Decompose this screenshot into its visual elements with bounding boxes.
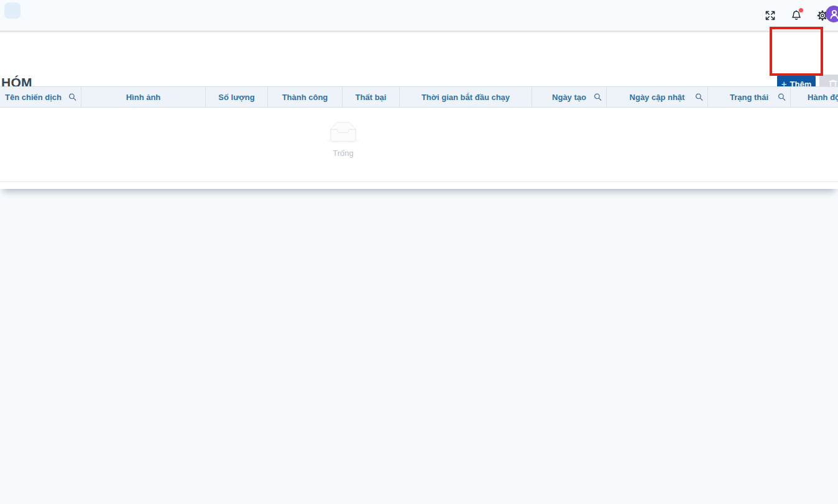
column-label: Tên chiến dịch	[5, 93, 62, 102]
column-header-7[interactable]: Ngày tạo	[532, 87, 607, 107]
column-label: Trạng thái	[730, 93, 768, 102]
column-header-4[interactable]: Thành công	[268, 87, 343, 107]
search-icon[interactable]	[778, 93, 786, 101]
column-label: Thành công	[282, 93, 328, 102]
app-logo-faint	[4, 2, 21, 19]
column-label: Thời gian bắt đầu chạy	[421, 93, 510, 102]
user-avatar[interactable]	[826, 6, 838, 22]
notification-dot	[799, 8, 803, 12]
empty-state: Trống	[326, 122, 361, 158]
column-label: Hành động	[808, 93, 838, 102]
page: HÓM + Thêm Tên chiến dịch Hình ảnh Số lư…	[0, 0, 838, 504]
user-icon	[828, 8, 838, 21]
fullscreen-icon	[764, 9, 776, 22]
table-header-row: Tên chiến dịch Hình ảnh Số lượng Thành c…	[0, 86, 838, 108]
column-header-10[interactable]: Hành động	[791, 87, 838, 107]
column-header-1[interactable]: Tên chiến dịch	[0, 87, 81, 107]
column-label: Thất bại	[356, 93, 387, 102]
column-label: Hình ảnh	[126, 93, 161, 102]
empty-inbox-icon	[326, 122, 361, 144]
fullscreen-button[interactable]	[760, 5, 781, 26]
search-icon[interactable]	[68, 93, 76, 101]
column-header-5[interactable]: Thất bại	[343, 87, 400, 107]
column-label: Ngày cập nhật	[630, 93, 685, 102]
column-label: Ngày tạo	[552, 93, 586, 102]
notifications-button[interactable]	[786, 5, 807, 26]
column-header-3[interactable]: Số lượng	[206, 87, 268, 107]
table-body-empty: Trống	[0, 108, 838, 182]
column-header-8[interactable]: Ngày cập nhật	[607, 87, 708, 107]
column-header-6[interactable]: Thời gian bắt đầu chạy	[400, 87, 532, 107]
campaigns-table: Tên chiến dịch Hình ảnh Số lượng Thành c…	[0, 86, 838, 182]
empty-text: Trống	[333, 149, 353, 158]
search-icon[interactable]	[594, 93, 602, 101]
column-header-2[interactable]: Hình ảnh	[81, 87, 206, 107]
search-icon[interactable]	[695, 93, 703, 101]
content-card: HÓM + Thêm Tên chiến dịch Hình ảnh Số lư…	[0, 32, 838, 189]
column-label: Số lượng	[218, 93, 254, 102]
column-header-9[interactable]: Trạng thái	[708, 87, 791, 107]
topbar	[0, 0, 838, 30]
